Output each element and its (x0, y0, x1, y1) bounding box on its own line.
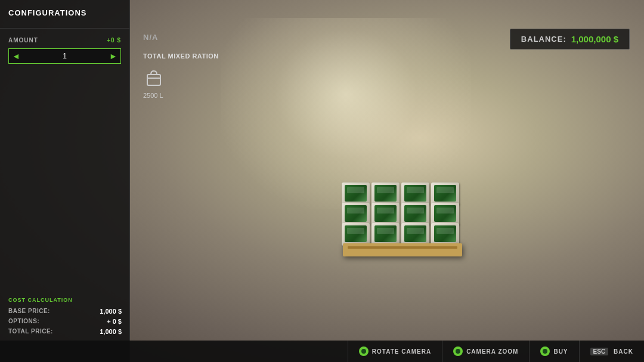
cost-title: COST CALCULATION (8, 297, 122, 303)
esc-action[interactable]: ESC BACK (579, 341, 644, 362)
rotate-camera-icon (359, 346, 369, 356)
camera-zoom-label: CAMERA ZOOM (466, 348, 518, 355)
buy-icon (540, 346, 550, 356)
bag (431, 203, 459, 225)
bag (371, 223, 400, 246)
esc-key[interactable]: ESC (590, 348, 609, 355)
stepper-increase-btn[interactable]: ► (106, 49, 120, 63)
na-text: N/A (143, 33, 239, 42)
bag (342, 203, 370, 225)
rotate-camera-label: ROTATE CAMERA (372, 348, 431, 355)
bottom-bar: ROTATE CAMERA CAMERA ZOOM BUY ESC BACK (0, 341, 644, 362)
base-price-label: BASE PRICE: (8, 308, 50, 315)
bag (342, 182, 370, 205)
stepper-value: 1 (23, 49, 106, 63)
bag (401, 203, 429, 225)
options-row: OPTIONS: + 0 $ (8, 318, 122, 325)
amount-label: AMOUNT (8, 37, 38, 44)
options-value: + 0 $ (107, 318, 122, 325)
rotate-camera-action[interactable]: ROTATE CAMERA (348, 341, 442, 362)
camera-zoom-action[interactable]: CAMERA ZOOM (442, 341, 529, 362)
bag-icon (143, 67, 165, 88)
center-info: N/A TOTAL MIXED RATION 2500 L (143, 33, 239, 99)
stepper-decrease-btn[interactable]: ◄ (9, 49, 23, 63)
bag (401, 182, 429, 205)
bag (371, 203, 400, 225)
buy-label: BUY (553, 348, 568, 355)
amount-label-row: AMOUNT +0 $ (0, 35, 129, 46)
balance-box: BALANCE: 1,000,000 $ (510, 29, 630, 49)
back-label: BACK (614, 348, 633, 355)
bag (431, 223, 459, 246)
configurations-title: CONFIGURATIONS (0, 0, 129, 22)
bag (431, 182, 459, 205)
balance-value: 1,000,000 $ (571, 34, 618, 44)
total-price-row: TOTAL PRICE: 1,000 $ (8, 328, 122, 335)
amount-delta: +0 $ (107, 37, 121, 44)
base-price-value: 1,000 $ (100, 308, 122, 315)
camera-zoom-icon (453, 346, 463, 356)
total-price-label: TOTAL PRICE: (8, 328, 53, 335)
volume-text: 2500 L (143, 92, 239, 99)
base-price-row: BASE PRICE: 1,000 $ (8, 308, 122, 315)
total-price-value: 1,000 $ (100, 328, 122, 335)
cost-section: COST CALCULATION BASE PRICE: 1,000 $ OPT… (0, 297, 130, 338)
options-label: OPTIONS: (8, 318, 39, 325)
svg-rect-0 (147, 75, 160, 85)
amount-stepper[interactable]: ◄ 1 ► (8, 48, 121, 64)
left-panel: CONFIGURATIONS AMOUNT +0 $ ◄ 1 ► COST CA… (0, 0, 130, 362)
bag (371, 182, 400, 205)
pallet-item (337, 152, 468, 256)
bag (401, 223, 429, 246)
bag (342, 223, 370, 246)
pallet-base (343, 243, 462, 256)
total-mixed-label: TOTAL MIXED RATION (143, 52, 239, 60)
buy-action[interactable]: BUY (529, 341, 578, 362)
balance-label: BALANCE: (521, 35, 566, 44)
panel-divider (0, 28, 129, 29)
